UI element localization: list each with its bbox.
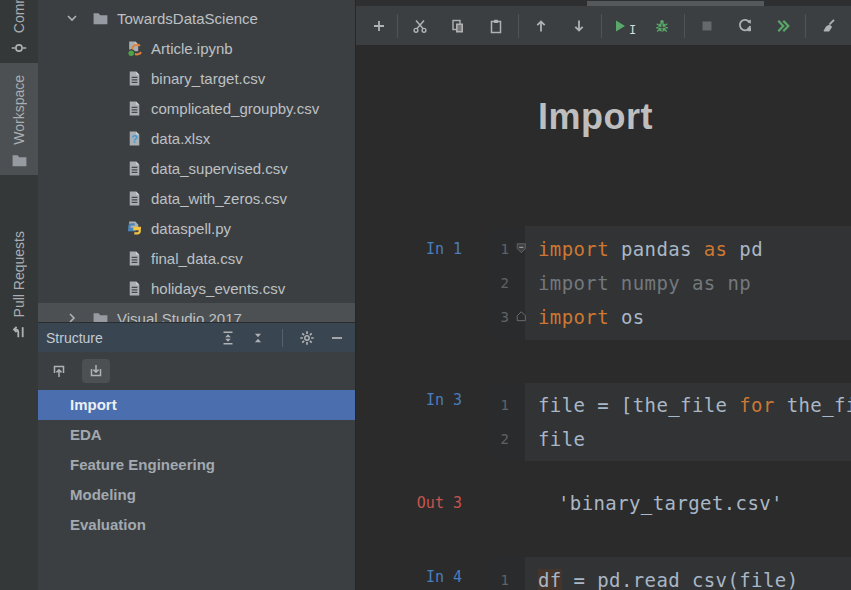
- line-number: 3: [489, 309, 509, 325]
- move-cell-down-button[interactable]: [560, 11, 598, 41]
- code-line: import numpy as np: [538, 272, 751, 294]
- settings-icon[interactable]: [299, 330, 315, 346]
- structure-list: ImportEDAFeature EngineeringModelingEval…: [38, 390, 355, 540]
- unknown-file-icon: ?: [126, 130, 143, 147]
- chevron-right-icon[interactable]: [64, 310, 80, 322]
- clear-outputs-button[interactable]: [809, 11, 847, 41]
- debug-cell-icon: [654, 18, 670, 34]
- left-toolwindow-stripe: CommitWorkspacePull Requests: [0, 0, 39, 590]
- fold-expand-icon[interactable]: [516, 310, 529, 324]
- cell-execution-label: In 3: [384, 391, 462, 409]
- tree-row[interactable]: data_supervised.csv: [38, 153, 355, 183]
- notebook-editor: I Import In 11import pandas as pd2import…: [355, 0, 851, 590]
- stripe-tab-label: Pull Requests: [11, 231, 27, 317]
- collapse-all-icon[interactable]: [250, 330, 266, 346]
- tree-row[interactable]: complicated_groupby.csv: [38, 93, 355, 123]
- structure-item-import[interactable]: Import: [38, 390, 355, 420]
- structure-item-feature-engineering[interactable]: Feature Engineering: [38, 450, 355, 480]
- line-number: 1: [489, 241, 509, 257]
- stripe-tab-label: Commit: [11, 0, 27, 33]
- structure-item-modeling[interactable]: Modeling: [38, 480, 355, 510]
- folder-icon: [11, 152, 28, 169]
- stripe-tab-workspace[interactable]: Workspace: [0, 63, 38, 175]
- scroll-from-source-icon: [88, 363, 104, 379]
- pull-request-icon: [11, 324, 27, 340]
- structure-toolbar: [38, 352, 355, 390]
- code-line: import os: [538, 306, 645, 328]
- line-number: 1: [489, 572, 509, 588]
- code-line: file = [the_file for the_fi: [538, 394, 851, 416]
- folder-icon: [92, 10, 109, 27]
- tree-row[interactable]: ?data.xlsx: [38, 123, 355, 153]
- move-cell-up-button[interactable]: [522, 11, 560, 41]
- tree-row[interactable]: Visual Studio 2017: [38, 303, 355, 322]
- tree-row[interactable]: binary_target.csv: [38, 63, 355, 93]
- tree-row[interactable]: data_with_zeros.csv: [38, 183, 355, 213]
- commit-icon: [11, 40, 27, 56]
- clear-outputs-icon: [820, 18, 836, 34]
- line-number: 2: [489, 431, 509, 447]
- structure-item-eda[interactable]: EDA: [38, 420, 355, 450]
- tree-row-label: holidays_events.csv: [151, 280, 285, 297]
- toolbar-divider: [684, 14, 685, 38]
- add-cell-button[interactable]: [364, 11, 394, 41]
- structure-item-evaluation[interactable]: Evaluation: [38, 510, 355, 540]
- text-file-icon: [126, 70, 143, 87]
- text-file-icon: [126, 100, 143, 117]
- cut-cell-button[interactable]: [401, 11, 439, 41]
- add-cell-icon: [371, 18, 387, 34]
- toolbar-divider: [518, 14, 519, 38]
- tree-row[interactable]: TowardsDataScience: [38, 3, 355, 33]
- move-cell-down-icon: [571, 18, 587, 34]
- structure-panel-header: Structure: [38, 322, 355, 352]
- chevron-down-icon[interactable]: [64, 10, 80, 26]
- toolbar-divider: [397, 14, 398, 38]
- tree-row-label: dataspell.py: [151, 220, 231, 237]
- text-file-icon: [126, 250, 143, 267]
- copy-cell-button[interactable]: [439, 11, 477, 41]
- notebook-file-icon: [126, 40, 143, 57]
- code-block[interactable]: 1file = [the_file for the_fi2file: [489, 383, 851, 461]
- scroll-from-source-button[interactable]: [82, 359, 110, 383]
- tree-row[interactable]: dataspell.py: [38, 213, 355, 243]
- tree-row-label: TowardsDataScience: [117, 10, 258, 27]
- run-cell-button[interactable]: I: [605, 11, 643, 41]
- line-number: 2: [489, 275, 509, 291]
- code-block[interactable]: 1import pandas as pd2import numpy as np3…: [489, 226, 851, 340]
- hide-icon[interactable]: [329, 330, 345, 346]
- tree-row-label: data_with_zeros.csv: [151, 190, 287, 207]
- restart-kernel-icon: [737, 18, 753, 34]
- stop-kernel-button[interactable]: [688, 11, 726, 41]
- markdown-heading: Import: [538, 96, 653, 138]
- cell-execution-label: In 4: [384, 568, 462, 586]
- tree-row-label: binary_target.csv: [151, 70, 265, 87]
- code-line: file: [538, 428, 585, 450]
- copy-cell-icon: [450, 18, 466, 34]
- debug-cell-button[interactable]: [643, 11, 681, 41]
- text-file-icon: [126, 190, 143, 207]
- tree-row-label: Article.ipynb: [151, 40, 233, 57]
- run-all-cells-button[interactable]: [764, 11, 802, 41]
- notebook-toolbar: I: [356, 6, 851, 46]
- stripe-tab-commit[interactable]: Commit: [0, 0, 38, 56]
- line-number: 1: [489, 397, 509, 413]
- move-cell-up-icon: [533, 18, 549, 34]
- expand-all-icon[interactable]: [220, 330, 236, 346]
- code-line: df = pd.read_csv(file): [538, 569, 798, 590]
- tree-row[interactable]: final_data.csv: [38, 243, 355, 273]
- restart-kernel-button[interactable]: [726, 11, 764, 41]
- structure-panel-title: Structure: [46, 330, 220, 346]
- tree-row[interactable]: holidays_events.csv: [38, 273, 355, 303]
- scroll-to-source-button[interactable]: [45, 359, 73, 383]
- code-block[interactable]: 1df = pd.read_csv(file): [489, 557, 851, 590]
- folder-icon: [92, 310, 109, 323]
- paste-cell-button[interactable]: [477, 11, 515, 41]
- tree-row-label: complicated_groupby.csv: [151, 100, 319, 117]
- file-tree-panel: TowardsDataScienceArticle.ipynbbinary_ta…: [38, 0, 355, 322]
- stripe-tab-pull-requests[interactable]: Pull Requests: [0, 182, 38, 340]
- tree-row[interactable]: Article.ipynb: [38, 33, 355, 63]
- cell-output-text: 'binary_target.csv': [558, 492, 783, 514]
- fold-collapse-icon[interactable]: [516, 242, 529, 256]
- python-file-icon: [126, 220, 143, 237]
- dataspell-window: CommitWorkspacePull Requests TowardsData…: [0, 0, 851, 590]
